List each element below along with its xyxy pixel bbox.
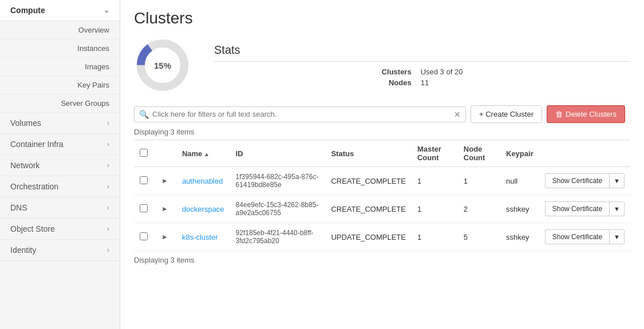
sidebar-section-orchestration[interactable]: Orchestration ›: [0, 176, 120, 197]
select-all-checkbox[interactable]: [140, 149, 148, 157]
sidebar-identity-label: Identity: [10, 245, 36, 255]
chevron-right-icon: ›: [107, 161, 109, 169]
sidebar-dns-label: DNS: [10, 203, 27, 212]
main-content: Clusters 15% Stats Clusters Used 3 of 20…: [120, 0, 644, 329]
sidebar-container-infra-label: Container Infra: [10, 140, 64, 149]
cert-group-0: Show Certificate ▼: [545, 173, 625, 188]
sidebar-orchestration-label: Orchestration: [10, 182, 58, 191]
chevron-right-icon: ›: [107, 204, 109, 212]
clear-search-button[interactable]: ✕: [454, 110, 461, 119]
sidebar-section-compute[interactable]: Compute ⌄: [0, 0, 120, 21]
cert-group-1: Show Certificate ▼: [545, 201, 625, 216]
sidebar-section-identity[interactable]: Identity ›: [0, 240, 120, 261]
row-select-checkbox-2[interactable]: [140, 232, 148, 240]
cert-dropdown-button-2[interactable]: ▼: [609, 229, 625, 244]
displaying-count-top: Displaying 3 items: [134, 128, 630, 136]
chevron-right-icon: ›: [107, 140, 109, 148]
chevron-right-icon: ›: [107, 183, 109, 191]
stats-row: 15% Stats Clusters Used 3 of 20 Nodes 11: [134, 37, 630, 94]
donut-label: 15%: [154, 61, 171, 70]
cert-group-2: Show Certificate ▼: [545, 229, 625, 244]
row-select-checkbox-1[interactable]: [140, 204, 148, 212]
cluster-link-1[interactable]: dockerspace: [182, 205, 224, 213]
row-expand-0: ►: [153, 167, 176, 195]
stats-info: Stats Clusters Used 3 of 20 Nodes 11: [214, 43, 630, 87]
row-actions-2: Show Certificate ▼: [539, 223, 630, 251]
delete-clusters-button[interactable]: 🗑 Delete Clusters: [547, 105, 625, 123]
row-master-count-1: 1: [412, 195, 458, 223]
row-expand-2: ►: [153, 223, 176, 251]
sidebar-item-key-pairs[interactable]: Key Pairs: [0, 76, 120, 94]
row-uuid-1: 84ee9efc-15c3-4262-8b85-a9e2a5c06755: [230, 195, 326, 223]
clusters-label: Clusters: [214, 68, 412, 76]
toolbar: 🔍 ✕ + Create Cluster 🗑 Delete Clusters: [134, 105, 630, 123]
sidebar-section-volumes[interactable]: Volumes ›: [0, 113, 120, 134]
th-status: Status: [325, 140, 412, 167]
search-input[interactable]: [152, 110, 454, 118]
chevron-right-icon: ›: [107, 225, 109, 233]
show-certificate-button-0[interactable]: Show Certificate: [545, 173, 609, 188]
row-node-count-0: 1: [458, 167, 500, 195]
row-keypair-2: sshkey: [500, 223, 539, 251]
sidebar-section-dns[interactable]: DNS ›: [0, 197, 120, 219]
sidebar-item-server-groups[interactable]: Server Groups: [0, 94, 120, 113]
sidebar-section-network[interactable]: Network ›: [0, 155, 120, 176]
row-checkbox-1: [134, 195, 153, 223]
row-select-checkbox-0[interactable]: [140, 176, 148, 184]
cluster-link-0[interactable]: authenabled: [182, 177, 223, 185]
row-actions-0: Show Certificate ▼: [539, 167, 630, 195]
row-status-1: CREATE_COMPLETE: [325, 195, 412, 223]
th-checkbox: [134, 140, 153, 167]
th-keypair: Keypair: [500, 140, 539, 167]
sidebar-section-container-infra[interactable]: Container Infra ›: [0, 134, 120, 155]
stats-title: Stats: [214, 43, 630, 62]
th-node-count: Node Count: [458, 140, 500, 167]
table-row: ► dockerspace 84ee9efc-15c3-4262-8b85-a9…: [134, 195, 630, 223]
row-node-count-2: 5: [458, 223, 500, 251]
sidebar: Compute ⌄ Overview Instances Images Key …: [0, 0, 120, 329]
expand-button-2[interactable]: ►: [159, 232, 171, 242]
delete-label: Delete Clusters: [566, 110, 617, 118]
nodes-value: 11: [421, 78, 630, 87]
row-status-2: UPDATE_COMPLETE: [325, 223, 412, 251]
th-actions: [539, 140, 630, 167]
expand-button-0[interactable]: ►: [159, 176, 171, 186]
clusters-value: Used 3 of 20: [421, 68, 630, 76]
sidebar-volumes-label: Volumes: [10, 118, 41, 128]
sidebar-item-images[interactable]: Images: [0, 58, 120, 76]
th-name[interactable]: Name: [176, 140, 230, 167]
row-master-count-2: 1: [412, 223, 458, 251]
row-master-count-0: 1: [412, 167, 458, 195]
cert-dropdown-button-1[interactable]: ▼: [609, 201, 625, 216]
show-certificate-button-1[interactable]: Show Certificate: [545, 201, 609, 216]
sidebar-item-instances[interactable]: Instances: [0, 39, 120, 58]
nodes-label: Nodes: [214, 78, 412, 87]
sidebar-object-store-label: Object Store: [10, 224, 55, 233]
row-uuid-0: 1f395944-682c-495a-876c-61419bd8e85e: [230, 167, 326, 195]
th-master-count: Master Count: [412, 140, 458, 167]
th-id: ID: [230, 140, 326, 167]
row-name-1: dockerspace: [176, 195, 230, 223]
displaying-count-bottom: Displaying 3 items: [134, 256, 630, 264]
search-box: 🔍 ✕: [134, 106, 466, 122]
row-checkbox-2: [134, 223, 153, 251]
row-expand-1: ►: [153, 195, 176, 223]
row-actions-1: Show Certificate ▼: [539, 195, 630, 223]
chevron-right-icon: ›: [107, 119, 109, 127]
clusters-table: Name ID Status Master Count Node Count K…: [134, 140, 630, 251]
row-keypair-0: null: [500, 167, 539, 195]
row-node-count-1: 2: [458, 195, 500, 223]
row-name-2: k8s-cluster: [176, 223, 230, 251]
cluster-link-2[interactable]: k8s-cluster: [182, 233, 218, 241]
expand-button-1[interactable]: ►: [159, 204, 171, 214]
sidebar-section-object-store[interactable]: Object Store ›: [0, 219, 120, 240]
search-icon: 🔍: [139, 110, 149, 119]
chevron-right-icon: ›: [107, 246, 109, 254]
cert-dropdown-button-0[interactable]: ▼: [609, 173, 625, 188]
create-cluster-button[interactable]: + Create Cluster: [471, 105, 542, 123]
th-expand: [153, 140, 176, 167]
sidebar-item-overview[interactable]: Overview: [0, 21, 120, 39]
table-row: ► authenabled 1f395944-682c-495a-876c-61…: [134, 167, 630, 195]
show-certificate-button-2[interactable]: Show Certificate: [545, 229, 609, 244]
row-checkbox-0: [134, 167, 153, 195]
